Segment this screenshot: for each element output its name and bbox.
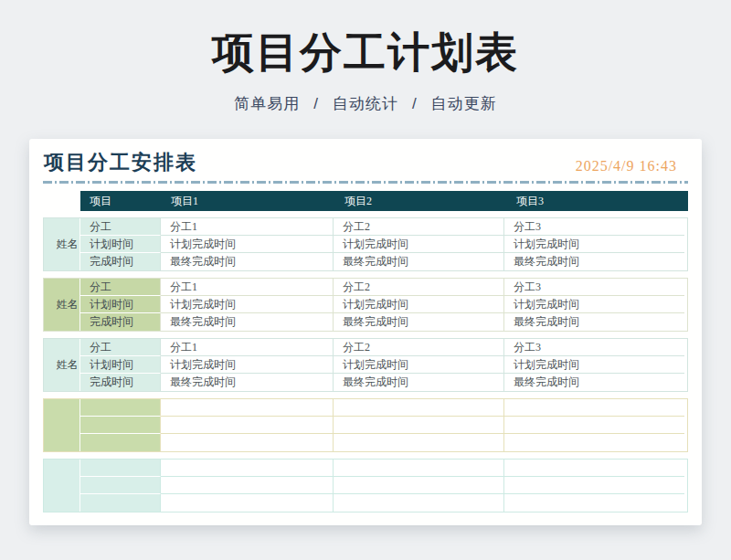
data-cell[interactable] [161,434,334,451]
data-cell[interactable]: 分工1 [161,218,334,236]
row-label-cell [80,494,161,512]
data-cell[interactable]: 最终完成时间 [334,313,504,331]
subtitle-item-1: 简单易用 [234,95,300,112]
person-name-cell[interactable]: 姓名 [44,279,80,331]
column-header-project3: 项目3 [507,191,688,211]
row-label-cell: 分工 [80,339,161,356]
column-header-project1: 项目1 [162,191,335,211]
data-cell[interactable]: 计划完成时间 [161,236,334,253]
data-cell[interactable] [504,460,684,477]
card-title: 项目分工安排表 [44,149,197,176]
row-label-cell: 计划时间 [80,236,161,253]
data-cell[interactable] [504,434,684,451]
person-name-label: 姓名 [57,298,68,311]
card-header: 项目分工安排表 2025/4/9 16:43 [43,147,688,181]
table-header-row: 项目 项目1 项目2 项目3 [80,191,688,211]
person-name-cell[interactable]: 姓名 [44,339,80,391]
data-cell[interactable]: 计划完成时间 [334,236,504,253]
data-cell[interactable]: 分工2 [334,339,504,356]
subtitle-item-3: 自动更新 [431,95,497,112]
row-label-cell [80,460,161,477]
data-cell[interactable] [334,494,504,512]
data-cell[interactable]: 分工3 [504,218,684,236]
data-cell[interactable] [334,434,504,451]
row-label-cell: 分工 [80,218,161,236]
data-cell[interactable]: 最终完成时间 [334,253,504,270]
data-cell[interactable]: 最终完成时间 [334,374,504,391]
person-name-cell[interactable] [44,460,80,512]
person-name-label: 姓名 [57,358,68,371]
data-cell[interactable]: 计划完成时间 [504,356,684,374]
data-cell[interactable] [334,460,504,477]
data-cell[interactable]: 最终完成时间 [161,253,334,270]
data-cell[interactable]: 计划完成时间 [334,296,504,313]
row-label-cell: 计划时间 [80,296,161,313]
row-label-cell [80,399,161,417]
data-cell[interactable] [504,477,684,494]
data-cell[interactable] [161,477,334,494]
row-label-cell: 完成时间 [80,374,161,391]
data-cell[interactable]: 分工2 [334,218,504,236]
assignment-block-3: 姓名分工分工1分工2分工3计划时间计划完成时间计划完成时间计划完成时间完成时间最… [43,338,688,392]
data-cell[interactable] [334,399,504,417]
assignment-block-5 [43,459,688,512]
data-cell[interactable] [161,417,334,434]
data-cell[interactable]: 分工1 [161,279,334,296]
person-name-label: 姓名 [57,238,68,250]
data-cell[interactable] [161,494,334,512]
subtitle-item-2: 自动统计 [333,95,398,112]
data-cell[interactable] [504,494,684,512]
row-label-cell [80,434,161,451]
page-title: 项目分工计划表 [0,25,731,81]
data-cell[interactable]: 最终完成时间 [504,253,684,270]
subtitle-separator: / [412,95,418,112]
data-cell[interactable] [504,417,684,434]
column-header-project: 项目 [80,191,162,211]
template-card: 项目分工安排表 2025/4/9 16:43 项目 项目1 项目2 项目3 姓名… [29,139,702,525]
data-cell[interactable]: 最终完成时间 [161,374,334,391]
dashed-divider [43,181,688,184]
data-cell[interactable]: 分工2 [334,279,504,296]
data-cell[interactable]: 分工3 [504,339,684,356]
row-label-cell [80,477,161,494]
row-label-cell: 计划时间 [80,356,161,374]
column-header-project2: 项目2 [335,191,507,211]
row-label-cell [80,417,161,434]
data-cell[interactable] [334,417,504,434]
page-subtitle: 简单易用/自动统计/自动更新 [0,93,731,114]
data-cell[interactable]: 最终完成时间 [504,374,684,391]
assignment-block-1: 姓名分工分工1分工2分工3计划时间计划完成时间计划完成时间计划完成时间完成时间最… [43,217,688,271]
data-cell[interactable]: 最终完成时间 [504,313,684,331]
row-label-cell: 完成时间 [80,313,161,331]
person-name-cell[interactable] [44,399,80,451]
data-cell[interactable]: 计划完成时间 [161,356,334,374]
assignment-block-2: 姓名分工分工1分工2分工3计划时间计划完成时间计划完成时间计划完成时间完成时间最… [43,278,688,332]
page: 项目分工计划表 简单易用/自动统计/自动更新 项目分工安排表 2025/4/9 … [0,25,731,525]
data-cell[interactable] [161,460,334,477]
person-name-cell[interactable]: 姓名 [44,218,80,270]
data-cell[interactable] [161,399,334,417]
data-cell[interactable]: 分工3 [504,279,684,296]
data-cell[interactable]: 分工1 [161,339,334,356]
row-label-cell: 分工 [80,279,161,296]
data-cell[interactable]: 计划完成时间 [334,356,504,374]
data-cell[interactable]: 计划完成时间 [504,236,684,253]
data-cell[interactable]: 最终完成时间 [161,313,334,331]
data-cell[interactable] [504,399,684,417]
table-body: 姓名分工分工1分工2分工3计划时间计划完成时间计划完成时间计划完成时间完成时间最… [43,217,688,512]
data-cell[interactable]: 计划完成时间 [504,296,684,313]
subtitle-separator: / [313,95,319,112]
row-label-cell: 完成时间 [80,253,161,270]
data-cell[interactable]: 计划完成时间 [161,296,334,313]
data-cell[interactable] [334,477,504,494]
assignment-block-4 [43,398,688,452]
card-datetime: 2025/4/9 16:43 [576,158,677,176]
